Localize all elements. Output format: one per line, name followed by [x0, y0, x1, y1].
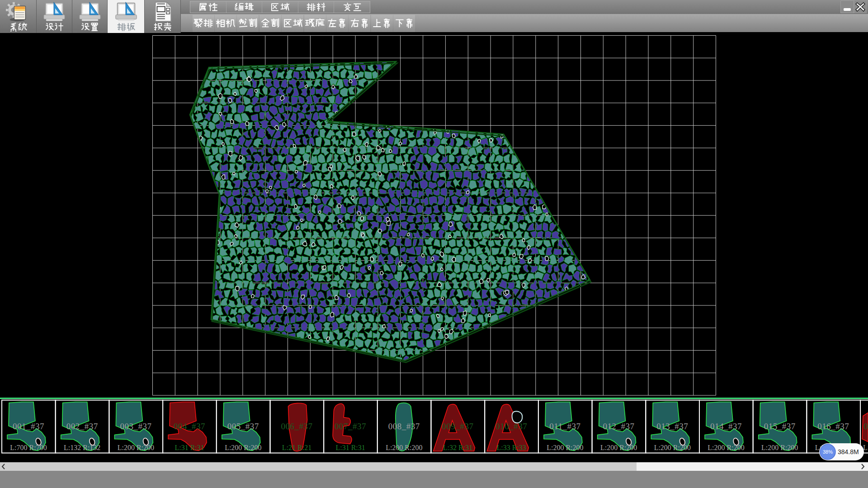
- svg-text:014_#37: 014_#37: [710, 422, 742, 431]
- svg-text:L:31 R:31: L:31 R:31: [175, 444, 204, 451]
- svg-text:L:700 R:700: L:700 R:700: [10, 444, 47, 451]
- svg-text:L:200 R:200: L:200 R:200: [654, 444, 691, 451]
- svg-text:0: 0: [863, 422, 868, 431]
- svg-text:007_#37: 007_#37: [335, 422, 366, 431]
- svg-text:009_#37: 009_#37: [442, 422, 474, 431]
- svg-text:010_#37: 010_#37: [495, 422, 527, 431]
- svg-text:L:200 R:200: L:200 R:200: [600, 444, 637, 451]
- svg-text:013_#37: 013_#37: [656, 422, 688, 431]
- svg-text:L:132 R:132: L:132 R:132: [64, 444, 100, 451]
- svg-text:L:200 R:200: L:200 R:200: [225, 444, 261, 451]
- svg-text:008_#37: 008_#37: [388, 422, 420, 431]
- svg-text:004_#37: 004_#37: [174, 422, 205, 431]
- svg-text:L:200 R:200: L:200 R:200: [118, 444, 154, 451]
- svg-text:L:200 R:200: L:200 R:200: [761, 444, 798, 451]
- svg-text:384.8M: 384.8M: [838, 448, 859, 455]
- svg-text:L:33 R:33: L:33 R:33: [497, 444, 526, 451]
- svg-text:L:200 R:200: L:200 R:200: [547, 444, 583, 451]
- svg-text:L:200 R:200: L:200 R:200: [708, 444, 744, 451]
- svg-text:003_#37: 003_#37: [120, 422, 151, 431]
- svg-text:L:21 R:21: L:21 R:21: [282, 444, 311, 451]
- svg-text:L:31 R:31: L:31 R:31: [335, 444, 365, 451]
- svg-text:L:200 R:200: L:200 R:200: [386, 444, 422, 451]
- svg-text:015_#37: 015_#37: [764, 422, 796, 431]
- svg-text:012_#37: 012_#37: [603, 422, 635, 431]
- svg-text:002_#37: 002_#37: [66, 422, 98, 431]
- svg-text:L:32 R:31: L:32 R:31: [443, 444, 472, 451]
- svg-text:006_#37: 006_#37: [281, 422, 313, 431]
- svg-text:005_#37: 005_#37: [227, 422, 259, 431]
- svg-text:011_#37: 011_#37: [549, 422, 580, 431]
- svg-text:38%: 38%: [823, 449, 833, 455]
- svg-text:001_#37: 001_#37: [13, 422, 44, 431]
- svg-text:L:: L:: [863, 444, 868, 451]
- svg-text:016_#37: 016_#37: [817, 422, 849, 431]
